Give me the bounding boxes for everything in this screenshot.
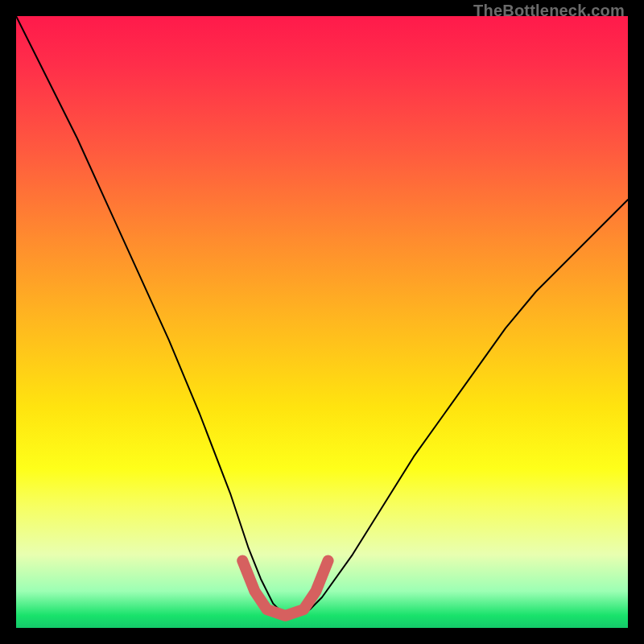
curve-line — [16, 16, 628, 616]
plot-area — [16, 16, 628, 628]
chart-frame: TheBottleneck.com — [0, 0, 644, 644]
highlight-segment — [242, 560, 328, 615]
chart-svg — [16, 16, 628, 628]
